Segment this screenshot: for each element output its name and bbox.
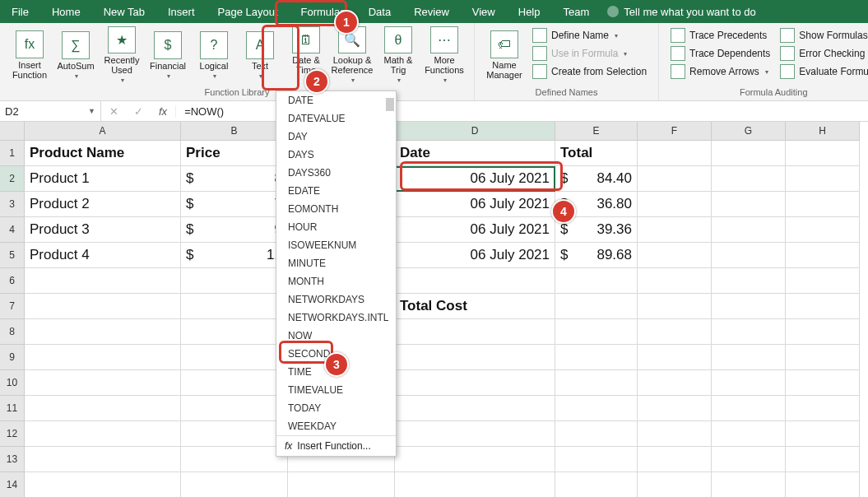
cell-A11[interactable] [25,396,181,421]
cell-H6[interactable] [786,268,860,294]
cell-F2[interactable] [638,166,712,192]
dropdown-item-eomonth[interactable]: EOMONTH [276,200,396,218]
row-3[interactable]: 3 [0,192,25,217]
row-1[interactable]: 1 [0,141,25,166]
name-manager-button[interactable]: 🏷Name Manager [481,26,527,84]
cell-F11[interactable] [638,396,712,421]
dropdown-item-isoweeknum[interactable]: ISOWEEKNUM [276,236,396,254]
cell-D9[interactable] [395,345,555,370]
col-B[interactable]: B [181,122,288,141]
col-E[interactable]: E [555,122,638,141]
trace-dependents-button[interactable]: Trace Dependents [666,44,775,63]
evaluate-formula-button[interactable]: Evaluate Formula [775,63,868,81]
dropdown-insert-function[interactable]: fx Insert Function... [276,435,396,456]
cell-G3[interactable] [712,192,786,217]
cell-D6[interactable] [395,268,555,294]
cell-H14[interactable] [786,472,860,497]
cell-E14[interactable] [555,472,638,497]
cancel-icon[interactable]: ✕ [109,105,118,118]
row-12[interactable]: 12 [0,421,25,447]
use-in-formula-button[interactable]: Use in Formula [527,44,652,63]
dropdown-scrollbar[interactable] [386,98,394,111]
tab-review[interactable]: Review [402,0,461,23]
cell-H5[interactable] [786,243,860,268]
cell-G7[interactable] [712,294,786,319]
cell-A2[interactable]: Product 1 [25,166,181,192]
row-4[interactable]: 4 [0,217,25,243]
select-all-corner[interactable] [0,122,25,141]
dropdown-item-weekday[interactable]: WEEKDAY [276,417,396,435]
show-formulas-button[interactable]: Show Formulas [775,26,868,44]
cell-A3[interactable]: Product 2 [25,192,181,217]
trace-precedents-button[interactable]: Trace Precedents [666,26,775,44]
insert-function-button[interactable]: fxInsert Function [7,26,53,84]
cell-A13[interactable] [25,447,181,472]
cell-E10[interactable] [555,370,638,396]
fx-label[interactable]: fx [151,105,176,118]
cell-G2[interactable] [712,166,786,192]
cell-F14[interactable] [638,472,712,497]
lookup-button[interactable]: 🔍Lookup & Reference [329,26,375,84]
cell-A4[interactable]: Product 3 [25,217,181,243]
cell-D10[interactable] [395,370,555,396]
cell-F6[interactable] [638,268,712,294]
cell-A5[interactable]: Product 4 [25,243,181,268]
cell-D3[interactable]: 06 July 2021 [395,192,555,217]
more-functions-button[interactable]: ⋯More Functions [421,26,467,84]
cell-D1[interactable]: Date [395,141,555,166]
cell-E1[interactable]: Total [555,141,638,166]
cell-B14[interactable] [181,472,288,497]
cell-G14[interactable] [712,472,786,497]
cell-F4[interactable] [638,217,712,243]
cell-D14[interactable] [395,472,555,497]
cell-F8[interactable] [638,319,712,345]
error-checking-button[interactable]: Error Checking [775,44,868,63]
row-14[interactable]: 14 [0,472,25,497]
remove-arrows-button[interactable]: Remove Arrows [666,63,775,81]
tab-data[interactable]: Data [357,0,402,23]
cell-B4[interactable]: $9 [181,217,288,243]
cell-H3[interactable] [786,192,860,217]
chevron-down-icon[interactable]: ▼ [88,107,95,115]
text-button[interactable]: AText [237,26,283,84]
cell-F7[interactable] [638,294,712,319]
financial-button[interactable]: $Financial [145,26,191,84]
tell-me[interactable]: Tell me what you want to do [607,6,755,18]
enter-icon[interactable]: ✓ [134,105,143,118]
row-9[interactable]: 9 [0,345,25,370]
row-10[interactable]: 10 [0,370,25,396]
tab-home[interactable]: Home [40,0,92,23]
create-from-selection-button[interactable]: Create from Selection [527,63,652,81]
cell-A8[interactable] [25,319,181,345]
cell-D5[interactable]: 06 July 2021 [395,243,555,268]
cell-B12[interactable] [181,421,288,447]
cell-A14[interactable] [25,472,181,497]
tab-pagelayout[interactable]: Page Layout [207,0,290,23]
cell-B9[interactable] [181,345,288,370]
cell-H7[interactable] [786,294,860,319]
cell-A12[interactable] [25,421,181,447]
cell-A9[interactable] [25,345,181,370]
cell-H2[interactable] [786,166,860,192]
cell-B8[interactable] [181,319,288,345]
cell-E8[interactable] [555,319,638,345]
cell-A10[interactable] [25,370,181,396]
cell-H8[interactable] [786,319,860,345]
recently-used-button[interactable]: ★Recently Used [99,26,145,84]
cell-B1[interactable]: Price [181,141,288,166]
cell-G6[interactable] [712,268,786,294]
cell-B11[interactable] [181,396,288,421]
cell-E6[interactable] [555,268,638,294]
row-5[interactable]: 5 [0,243,25,268]
cell-D2[interactable]: 06 July 2021 [395,166,555,192]
tab-insert[interactable]: Insert [156,0,207,23]
logical-button[interactable]: ?Logical [191,26,237,84]
dropdown-item-days[interactable]: DAYS [276,146,396,164]
col-F[interactable]: F [638,122,712,141]
cell-E13[interactable] [555,447,638,472]
spreadsheet-grid[interactable]: A B C D E F G H 1 Product Name Price Dat… [0,122,868,497]
dropdown-item-edate[interactable]: EDATE [276,182,396,200]
cell-G13[interactable] [712,447,786,472]
cell-E9[interactable] [555,345,638,370]
cell-F12[interactable] [638,421,712,447]
